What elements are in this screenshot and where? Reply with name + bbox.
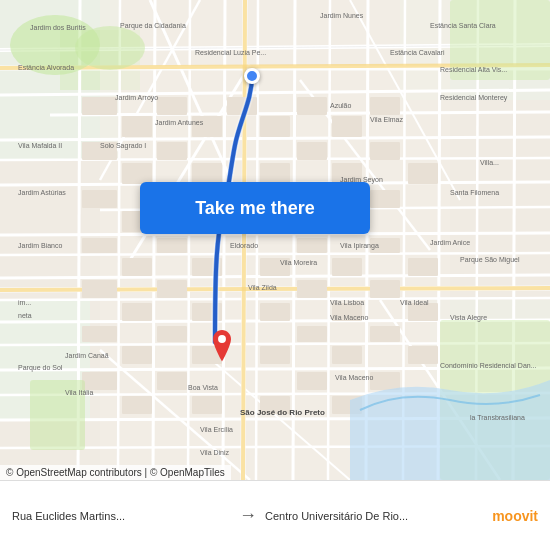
svg-rect-64 bbox=[192, 163, 222, 184]
svg-rect-110 bbox=[297, 372, 327, 390]
svg-rect-60 bbox=[370, 97, 400, 115]
map-background: Jardim dos Buritis Parque da Cidadania J… bbox=[0, 0, 550, 480]
svg-text:Vila Diniz: Vila Diniz bbox=[200, 449, 230, 456]
svg-text:Vila Zilda: Vila Zilda bbox=[248, 284, 277, 291]
svg-rect-112 bbox=[370, 372, 400, 390]
svg-text:Azulão: Azulão bbox=[330, 102, 352, 109]
svg-rect-66 bbox=[297, 142, 327, 160]
svg-text:Vista Alegre: Vista Alegre bbox=[450, 314, 487, 322]
svg-text:Residencial Monterey: Residencial Monterey bbox=[440, 94, 508, 102]
svg-rect-89 bbox=[157, 280, 187, 298]
svg-text:Boa Vista: Boa Vista bbox=[188, 384, 218, 391]
svg-text:Jardim Astúrias: Jardim Astúrias bbox=[18, 189, 66, 196]
svg-text:Eldorado: Eldorado bbox=[230, 242, 258, 249]
svg-rect-52 bbox=[82, 97, 117, 115]
svg-rect-54 bbox=[157, 97, 187, 115]
svg-point-160 bbox=[218, 335, 226, 343]
svg-text:Vila Ercília: Vila Ercília bbox=[200, 426, 233, 433]
svg-text:Estância Alvorada: Estância Alvorada bbox=[18, 64, 74, 71]
svg-rect-104 bbox=[408, 346, 438, 364]
map-container: Jardim dos Buritis Parque da Cidadania J… bbox=[0, 0, 550, 480]
svg-rect-81 bbox=[192, 258, 222, 276]
svg-text:Jardim Bianco: Jardim Bianco bbox=[18, 242, 62, 249]
svg-rect-57 bbox=[260, 116, 290, 137]
svg-rect-96 bbox=[82, 326, 117, 342]
svg-text:São José do Rio Preto: São José do Rio Preto bbox=[240, 408, 325, 417]
svg-text:Vila Itália: Vila Itália bbox=[65, 389, 93, 396]
svg-text:Santa Filomena: Santa Filomena bbox=[450, 189, 499, 196]
svg-rect-65 bbox=[260, 163, 290, 184]
moovit-text: moovit bbox=[492, 508, 538, 524]
svg-rect-100 bbox=[260, 346, 290, 364]
svg-rect-63 bbox=[157, 142, 187, 160]
svg-rect-79 bbox=[122, 258, 152, 276]
svg-rect-68 bbox=[370, 142, 400, 160]
route-to: Centro Universitário De Rio... bbox=[265, 510, 484, 522]
svg-text:Jardim Nunes: Jardim Nunes bbox=[320, 12, 364, 19]
svg-text:Parque do Sol: Parque do Sol bbox=[18, 364, 63, 372]
svg-rect-101 bbox=[297, 326, 327, 342]
svg-text:Villa...: Villa... bbox=[480, 159, 499, 166]
origin-marker bbox=[244, 68, 260, 84]
svg-text:Vila Moreira: Vila Moreira bbox=[280, 259, 317, 266]
svg-rect-107 bbox=[157, 372, 187, 390]
svg-rect-86 bbox=[408, 258, 438, 276]
svg-text:Residencial Alta Vis...: Residencial Alta Vis... bbox=[440, 66, 507, 73]
take-me-there-button[interactable]: Take me there bbox=[140, 182, 370, 234]
svg-rect-70 bbox=[82, 190, 117, 208]
svg-text:Jardim Anice: Jardim Anice bbox=[430, 239, 470, 246]
svg-rect-98 bbox=[157, 326, 187, 342]
svg-line-29 bbox=[223, 0, 225, 480]
svg-point-114 bbox=[75, 26, 145, 70]
svg-rect-108 bbox=[192, 396, 222, 414]
svg-text:Vila Lisboa: Vila Lisboa bbox=[330, 299, 364, 306]
svg-text:Vila Mafalda II: Vila Mafalda II bbox=[18, 142, 62, 149]
svg-text:Vila Elmaz: Vila Elmaz bbox=[370, 116, 403, 123]
svg-rect-87 bbox=[82, 280, 117, 298]
svg-text:Jardim Antunes: Jardim Antunes bbox=[155, 119, 204, 126]
svg-rect-92 bbox=[297, 280, 327, 298]
svg-rect-106 bbox=[122, 396, 152, 414]
route-from: Rua Euclides Martins... bbox=[12, 510, 231, 522]
svg-rect-53 bbox=[122, 116, 152, 137]
svg-text:Jardim Arroyo: Jardim Arroyo bbox=[115, 94, 158, 102]
svg-text:neta: neta bbox=[18, 312, 32, 319]
svg-rect-80 bbox=[157, 238, 187, 253]
svg-text:Parque São Miguel: Parque São Miguel bbox=[460, 256, 520, 264]
svg-rect-88 bbox=[122, 303, 152, 321]
svg-rect-84 bbox=[332, 258, 362, 276]
map-attribution: © OpenStreetMap contributors | © OpenMap… bbox=[0, 465, 231, 480]
svg-rect-77 bbox=[370, 190, 400, 208]
svg-text:Estância Santa Clara: Estância Santa Clara bbox=[430, 22, 496, 29]
svg-rect-91 bbox=[260, 303, 290, 321]
svg-line-27 bbox=[153, 0, 155, 480]
svg-text:Condomínio Residencial Dan...: Condomínio Residencial Dan... bbox=[440, 362, 537, 369]
svg-text:Jardim Canaã: Jardim Canaã bbox=[65, 352, 109, 359]
svg-rect-69 bbox=[408, 163, 438, 184]
svg-rect-58 bbox=[297, 97, 327, 115]
route-info: Rua Euclides Martins... → Centro Univers… bbox=[12, 505, 538, 526]
bottom-bar: Rua Euclides Martins... → Centro Univers… bbox=[0, 480, 550, 550]
destination-marker bbox=[208, 330, 236, 370]
svg-rect-56 bbox=[227, 97, 257, 115]
moovit-logo: moovit bbox=[492, 508, 538, 524]
svg-rect-90 bbox=[192, 303, 222, 321]
svg-text:Parque da Cidadania: Parque da Cidadania bbox=[120, 22, 186, 30]
svg-rect-105 bbox=[82, 372, 117, 390]
svg-rect-83 bbox=[297, 238, 327, 253]
svg-rect-103 bbox=[370, 326, 400, 342]
svg-text:Vila Maceno: Vila Maceno bbox=[335, 374, 374, 381]
svg-text:Vila Ideal: Vila Ideal bbox=[400, 299, 429, 306]
svg-rect-62 bbox=[122, 163, 152, 184]
svg-text:la Transbrasiliana: la Transbrasiliana bbox=[470, 414, 525, 421]
svg-rect-102 bbox=[332, 346, 362, 364]
svg-text:im...: im... bbox=[18, 299, 31, 306]
svg-text:Vila Maceno: Vila Maceno bbox=[330, 314, 369, 321]
route-arrow-icon: → bbox=[239, 505, 257, 526]
svg-text:Jardim dos Buritis: Jardim dos Buritis bbox=[30, 24, 86, 31]
svg-text:Vila Ipiranga: Vila Ipiranga bbox=[340, 242, 379, 250]
svg-text:Solo Sagrado I: Solo Sagrado I bbox=[100, 142, 146, 150]
svg-rect-97 bbox=[122, 346, 152, 364]
svg-rect-59 bbox=[332, 116, 362, 137]
svg-text:Estância Cavalari: Estância Cavalari bbox=[390, 49, 445, 56]
